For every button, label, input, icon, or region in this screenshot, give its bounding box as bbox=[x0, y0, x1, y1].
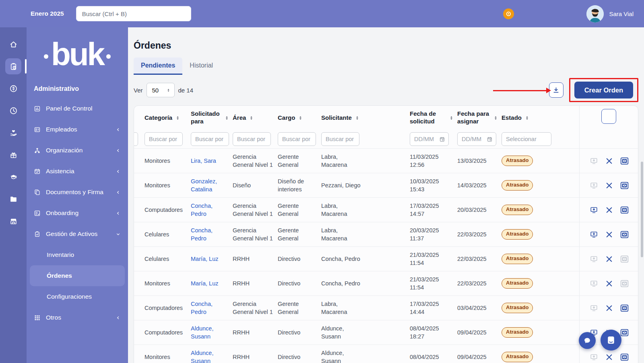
download-button[interactable] bbox=[549, 82, 564, 98]
column-header[interactable]: Categoría bbox=[144, 114, 191, 122]
tab-historial[interactable]: Historial bbox=[182, 57, 220, 75]
period-selector[interactable]: Enero 2025 bbox=[27, 10, 64, 17]
filter-input[interactable] bbox=[278, 132, 316, 146]
solicitado-para-link[interactable]: Aldunce, Susann bbox=[191, 350, 213, 363]
assign-download-button[interactable] bbox=[590, 230, 598, 239]
solicitado-para-link[interactable]: Concha, Pedro bbox=[191, 227, 213, 242]
column-header[interactable]: Solicitado para bbox=[191, 110, 233, 125]
sidebar-item[interactable]: Gestión de Activos bbox=[30, 224, 125, 244]
rail-item-clipboard-clock[interactable] bbox=[5, 58, 21, 74]
view-order-button[interactable] bbox=[620, 304, 629, 312]
sidebar-item[interactable]: Documentos y Firma bbox=[30, 182, 125, 203]
chevron-left-icon bbox=[116, 127, 121, 132]
view-order-button[interactable] bbox=[620, 181, 629, 190]
table-row: MonitoresGonzalez, CatalinaDiseñoDiseño … bbox=[134, 173, 638, 197]
messenger-icon bbox=[605, 334, 617, 346]
rail-item-clock[interactable] bbox=[5, 103, 21, 119]
page-size-select[interactable]: 50 bbox=[147, 83, 175, 97]
cancel-order-button[interactable] bbox=[605, 279, 613, 288]
solicitado-para-link[interactable]: Concha, Pedro bbox=[191, 301, 213, 315]
status-filter-select[interactable]: Seleccionar bbox=[502, 132, 551, 146]
view-order-button[interactable] bbox=[620, 206, 629, 214]
column-header[interactable]: Fecha para asignar bbox=[457, 110, 502, 125]
column-header[interactable]: Solicitante bbox=[321, 114, 368, 122]
status-badge: Atrasado bbox=[502, 352, 533, 362]
solicitado-para-link[interactable]: Lira, Sara bbox=[191, 158, 216, 164]
rail-item-home[interactable] bbox=[5, 36, 21, 52]
chat-button[interactable] bbox=[579, 332, 596, 349]
sidebar-item[interactable]: Panel de Control bbox=[30, 98, 125, 119]
cell-area: RRHH bbox=[233, 279, 278, 287]
assign-download-button[interactable] bbox=[590, 206, 598, 214]
view-order-button[interactable] bbox=[620, 157, 629, 165]
sidebar-section-label: Administrativo bbox=[27, 75, 128, 92]
sidebar-subitem[interactable]: Inventario bbox=[30, 244, 125, 265]
rail-item-folder[interactable] bbox=[5, 191, 21, 207]
rail-item-hand-heart[interactable] bbox=[5, 125, 21, 141]
avatar[interactable] bbox=[586, 5, 604, 23]
solicitado-para-link[interactable]: Gonzalez, Catalina bbox=[191, 178, 217, 193]
cancel-order-button[interactable] bbox=[605, 206, 613, 214]
solicitado-para-link[interactable]: María, Luz bbox=[191, 280, 219, 287]
eye-icon bbox=[620, 230, 629, 239]
search-input[interactable] bbox=[81, 10, 186, 18]
view-order-button[interactable] bbox=[620, 353, 629, 361]
cancel-order-button[interactable] bbox=[605, 255, 613, 263]
column-header[interactable]: Cargo bbox=[278, 114, 321, 122]
column-header[interactable]: Fecha de solicitud bbox=[410, 110, 457, 125]
help-chat-button[interactable] bbox=[601, 330, 621, 351]
rail-item-money[interactable] bbox=[5, 80, 21, 96]
solicitado-para-link[interactable]: Concha, Pedro bbox=[191, 203, 213, 217]
sidebar-item[interactable]: Empleados bbox=[30, 119, 125, 140]
clipped-filter-input[interactable] bbox=[134, 132, 138, 146]
cancel-order-button[interactable] bbox=[605, 353, 613, 361]
create-order-button[interactable]: Crear Orden bbox=[574, 82, 633, 98]
cancel-order-button[interactable] bbox=[605, 304, 613, 312]
table-body: MonitoresLira, SaraGerencia General Nive… bbox=[134, 148, 638, 363]
sidebar-item[interactable]: Organización bbox=[30, 140, 125, 161]
sidebar-item[interactable]: Onboarding bbox=[30, 203, 125, 224]
cell-cargo: Gerente General bbox=[278, 153, 321, 169]
cancel-order-button[interactable] bbox=[605, 181, 613, 190]
solicitado-para-link[interactable]: María, Luz bbox=[191, 256, 219, 262]
cell-fecha-asignar: 14/03/2025 bbox=[457, 181, 502, 189]
main-content: Órdenes PendientesHistorial Ver 50 de 14… bbox=[128, 27, 644, 363]
assign-download-button bbox=[590, 353, 598, 361]
table-row: ComputadoresAldunce, SusannRRHHDirectivo… bbox=[134, 320, 638, 345]
cell-fecha-solicitud: 08/04/202518:27 bbox=[410, 324, 457, 341]
sidebar-subitem[interactable]: Configuraciones bbox=[30, 286, 125, 307]
cancel-order-button[interactable] bbox=[605, 157, 613, 165]
filter-input[interactable] bbox=[191, 132, 229, 146]
sidebar-item[interactable]: Asistencia bbox=[30, 161, 125, 182]
sidebar-item-label: Otros bbox=[46, 314, 61, 321]
rail-item-gift[interactable] bbox=[5, 147, 21, 163]
notifications-hub-button[interactable] bbox=[503, 8, 514, 19]
filter-input[interactable] bbox=[144, 132, 183, 146]
filter-input[interactable] bbox=[233, 132, 271, 146]
scrollbar-thumb[interactable] bbox=[641, 162, 643, 257]
tab-pendientes[interactable]: Pendientes bbox=[134, 57, 182, 75]
view-order-button[interactable] bbox=[620, 328, 629, 337]
filter-input[interactable] bbox=[321, 132, 359, 146]
table-row: CelularesConcha, PedroGerencia General N… bbox=[134, 222, 638, 246]
cell-solicitado-para: Concha, Pedro bbox=[191, 202, 233, 218]
cell-estado: Atrasado bbox=[502, 303, 579, 313]
view-order-button[interactable] bbox=[620, 230, 629, 239]
eye-icon bbox=[620, 353, 629, 361]
cell-fecha-asignar: 22/03/2025 bbox=[457, 255, 502, 263]
assign-download-button bbox=[590, 304, 598, 312]
sidebar-item[interactable]: Otros bbox=[30, 307, 125, 328]
sidebar-subitem[interactable]: Órdenes bbox=[30, 265, 125, 286]
home-icon bbox=[9, 40, 18, 49]
download-tray-icon bbox=[552, 86, 560, 94]
column-header[interactable]: Área bbox=[233, 114, 278, 122]
column-settings-button[interactable] bbox=[601, 109, 616, 124]
date-filter[interactable]: DD/MM bbox=[457, 132, 496, 146]
date-filter[interactable]: DD/MM bbox=[410, 132, 449, 146]
rail-item-store[interactable] bbox=[5, 213, 21, 229]
column-header[interactable]: Estado bbox=[502, 114, 579, 122]
store-icon bbox=[9, 217, 18, 226]
solicitado-para-link[interactable]: Aldunce, Susann bbox=[191, 325, 213, 340]
cancel-order-button[interactable] bbox=[605, 230, 613, 239]
rail-item-graduation[interactable] bbox=[5, 169, 21, 185]
